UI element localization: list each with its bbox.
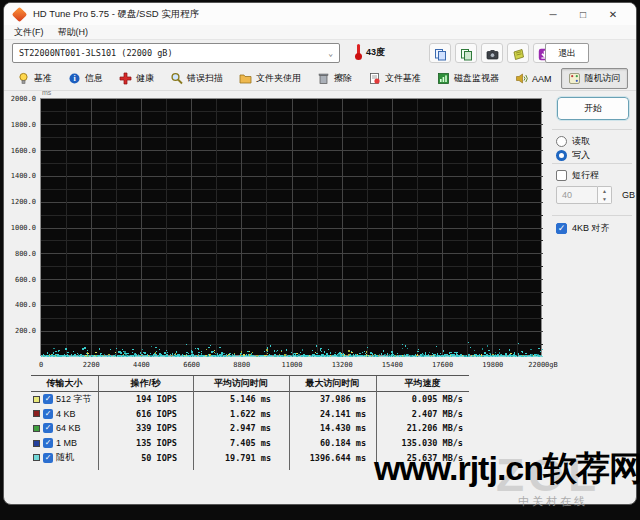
filepage-icon [368,72,381,85]
toolbar: ST22000NT001-3LS101 (22000 gB) ⌄ 43度 退出 [4,40,636,67]
y-axis-unit-label: ms [42,89,51,96]
save-notes-icon[interactable] [507,43,529,63]
tab-信息[interactable]: i信息 [61,68,110,89]
drive-selector-value: ST22000NT001-3LS101 (22000 gB) [19,48,173,58]
monitor-icon [437,72,450,85]
max-access-value: 1396.644 ms [289,453,376,463]
x-tick-label: 17600 [432,361,453,369]
x-tick-label: 19800 [482,361,503,369]
tab-额外测试[interactable]: 额外测试 [630,68,637,89]
tab-label: 健康 [136,72,154,85]
avg-speed-value: 2.407 MB/s [376,409,469,419]
max-access-value: 37.986 ms [289,394,376,404]
table-header-row: 传输大小操作/秒平均访问时间最大访问时间平均速度 [31,376,469,392]
y-tick-label: 600.0 [4,276,36,284]
title-bar: HD Tune Pro 5.75 - 硬盘/SSD 实用程序 ─ □ ✕ [4,3,636,25]
y-tick-label: 800.0 [4,250,36,258]
iops-value: 194 IOPS [98,394,193,404]
table-row: ✓512 字节194 IOPS5.146 ms37.986 ms0.095 MB… [31,392,469,407]
series-checkbox[interactable]: ✓ [43,409,53,419]
capacity-input[interactable]: 40 [556,186,598,204]
table-header: 操作/秒 [98,377,193,390]
table-row: ✓64 KB339 IOPS2.947 ms14.430 ms21.206 MB… [31,421,469,436]
x-tick-label: 6600 [183,361,200,369]
series-checkbox[interactable]: ✓ [43,453,53,463]
avg-speed-value: 21.206 MB/s [376,423,469,433]
close-button[interactable]: ✕ [598,5,628,23]
benchmark-chart: ms 2000.01800.01600.01400.01200.01000.08… [4,91,552,376]
table-column-divider [289,376,290,470]
chart-plot-area [40,98,542,356]
series-checkbox[interactable]: ✓ [43,394,53,404]
avg-speed-value: 0.095 MB/s [376,394,469,404]
tab-bar: 基准i信息健康错误扫描文件夹使用擦除文件基准磁盘监视器AAM随机访问额外测试 [4,67,636,91]
tab-健康[interactable]: 健康 [112,68,161,89]
cross-icon [119,72,132,85]
y-tick-label: 1000.0 [4,224,36,232]
menu-file[interactable]: 文件(F) [14,26,44,39]
tab-label: 文件夹使用 [256,72,301,85]
copy-icon[interactable] [429,43,451,63]
capacity-unit-label: GB [622,190,635,200]
menu-bar: 文件(F) 帮助(H) [4,25,636,40]
tab-磁盘监视器[interactable]: 磁盘监视器 [430,68,506,89]
series-color-swatch [33,425,40,432]
short-stroke-label: 短行程 [572,169,599,182]
screenshot-camera-icon[interactable] [481,43,503,63]
tab-AAM[interactable]: AAM [508,68,559,89]
tab-label: 信息 [85,72,103,85]
menu-help[interactable]: 帮助(H) [58,26,89,39]
tab-文件夹使用[interactable]: 文件夹使用 [232,68,308,89]
capacity-stepper[interactable]: ▲▼ [598,186,612,204]
y-tick-label: 2000.0 [4,95,36,103]
table-header: 最大访问时间 [289,377,376,390]
maximize-button[interactable]: □ [568,5,598,23]
write-radio-label: 写入 [572,149,590,162]
minimize-button[interactable]: ─ [538,5,568,23]
series-checkbox[interactable]: ✓ [43,423,53,433]
tab-随机访问[interactable]: 随机访问 [561,68,628,89]
y-tick-label: 200.0 [4,327,36,335]
y-tick-label: 1800.0 [4,121,36,129]
tab-文件基准[interactable]: 文件基准 [361,68,428,89]
drive-selector[interactable]: ST22000NT001-3LS101 (22000 gB) ⌄ [12,43,340,63]
tab-基准[interactable]: 基准 [10,68,59,89]
transfer-size-label: 1 MB [56,438,77,448]
tab-label: 随机访问 [585,72,621,85]
transfer-size-label: 64 KB [56,423,81,433]
4kb-align-checkbox[interactable]: ✓ [556,223,567,234]
series-color-swatch [33,454,40,461]
tab-擦除[interactable]: 擦除 [310,68,359,89]
chevron-down-icon: ⌄ [328,49,333,58]
exit-button[interactable]: 退出 [545,43,589,63]
iops-value: 50 IOPS [98,453,193,463]
write-radio[interactable] [556,150,567,161]
window-title: HD Tune Pro 5.75 - 硬盘/SSD 实用程序 [33,8,538,21]
app-logo-icon [12,6,28,22]
y-tick-label: 400.0 [4,301,36,309]
app-window: HD Tune Pro 5.75 - 硬盘/SSD 实用程序 ─ □ ✕ 文件(… [3,2,637,505]
tab-label: 磁盘监视器 [454,72,499,85]
read-radio[interactable] [556,136,567,147]
info-icon: i [68,72,81,85]
iops-value: 616 IOPS [98,409,193,419]
temperature-value: 43度 [366,46,385,59]
x-tick-label: 2200 [83,361,100,369]
series-checkbox[interactable]: ✓ [43,438,53,448]
copy-text-icon[interactable] [455,43,477,63]
folder-icon [239,72,252,85]
4kb-align-label: 4KB 对齐 [572,222,610,235]
tab-label: AAM [532,74,552,84]
short-stroke-checkbox[interactable] [556,170,567,181]
iops-value: 339 IOPS [98,423,193,433]
avg-access-value: 1.622 ms [193,409,289,419]
tab-label: 基准 [34,72,52,85]
y-tick-label: 1200.0 [4,198,36,206]
start-button[interactable]: 开始 [557,97,629,120]
x-tick-label: 8800 [233,361,250,369]
tab-label: 错误扫描 [187,72,223,85]
tab-错误扫描[interactable]: 错误扫描 [163,68,230,89]
table-column-divider [98,376,99,470]
x-tick-label: 11000 [281,361,302,369]
temperature-display: 43度 [354,44,385,60]
